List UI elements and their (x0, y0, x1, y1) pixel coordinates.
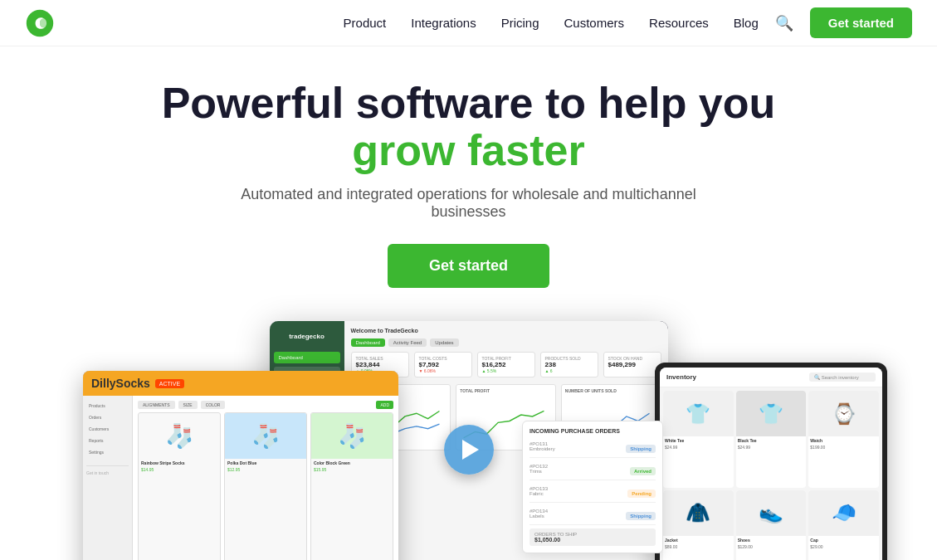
tablet-price-3: $199.00 (808, 445, 879, 451)
product-price-2: $12.95 (225, 467, 306, 474)
nav-product[interactable]: Product (344, 16, 387, 30)
screens-area: tradegecko Dashboard Inventory Relations… (0, 321, 937, 560)
laptop-sidebar-orders[interactable]: Orders (86, 412, 129, 422)
status-pending-3: Pending (627, 489, 656, 498)
play-button[interactable] (444, 425, 494, 475)
filter-size[interactable]: SIZE (178, 401, 198, 409)
tab-updates[interactable]: Updates (430, 338, 458, 347)
tablet-item-4: 🧥 Jacket $89.00 (663, 490, 734, 560)
panel-title: INCOMING PURCHASE ORDERS (530, 428, 656, 434)
tablet-item-3: ⌚ Watch $199.00 (808, 391, 879, 488)
tablet-price-4: $89.00 (663, 544, 734, 551)
nav-integrations[interactable]: Integrations (411, 16, 476, 30)
stat-total-costs: TOTAL COSTS $7,592 ▼ 6.06% (414, 352, 472, 377)
hero-section: Powerful software to help you grow faste… (0, 46, 937, 304)
laptop-body: Products Orders Customers Reports Settin… (83, 396, 398, 560)
products-grid: 🧦 Rainbow Stripe Socks $14.95 🧦 Polka Do… (138, 412, 393, 560)
tablet-img-4: 🧥 (663, 490, 734, 536)
sidebar-dashboard[interactable]: Dashboard (274, 352, 340, 363)
stat-products-sold: PRODUCTS SOLD 238 ▲ 6 (540, 352, 598, 377)
laptop-topbar: DillySocks ACTIVE (83, 371, 398, 396)
tablet-price-1: $24.99 (663, 445, 734, 451)
tablet-price-2: $24.99 (736, 445, 807, 451)
tablet-item-2: 👕 Black Tee $24.99 (736, 391, 807, 488)
tablet-name-3: Watch (808, 436, 879, 445)
order-row-3: #PO133 Fabric Pending (530, 484, 656, 503)
tablet-name-1: White Tee (663, 436, 734, 445)
play-icon (462, 440, 479, 460)
stat-total-profit: TOTAL PROFIT $16,252 ▲ 5.5% (477, 352, 535, 377)
product-img-2: 🧦 (225, 413, 306, 459)
laptop-sidebar: Products Orders Customers Reports Settin… (83, 396, 133, 560)
purchase-orders-panel: INCOMING PURCHASE ORDERS #PO131 Embroide… (522, 421, 663, 553)
tablet-title: Inventory (666, 373, 696, 381)
tablet-img-1: 👕 (663, 391, 734, 436)
product-card-3: 🧦 Color Block Green $15.95 (310, 412, 393, 560)
tablet-img-2: 👕 (736, 391, 807, 436)
tablet-name-6: Cap (808, 536, 879, 544)
orders-to-ship-summary: ORDERS TO SHIP $1,050.00 (530, 528, 656, 546)
tablet-price-5: $129.00 (736, 544, 807, 551)
product-price-3: $15.95 (311, 467, 393, 474)
status-shipping-4: Shipping (626, 512, 656, 520)
tablet-price-6: $29.00 (808, 544, 879, 551)
navbar: Product Integrations Pricing Customers R… (0, 0, 937, 46)
dashboard-title: Welcome to TradeGecko (351, 328, 661, 334)
filter-color[interactable]: COLOR (201, 401, 226, 409)
laptop-badge: ACTIVE (155, 379, 184, 388)
tablet-product-grid: 👕 White Tee $24.99 👕 Black Tee $24.99 ⌚ … (660, 387, 882, 560)
tablet-img-6: 🧢 (808, 490, 879, 536)
product-card-1: 🧦 Rainbow Stripe Socks $14.95 (138, 412, 221, 560)
tablet-name-4: Jacket (663, 536, 734, 544)
nav-get-started-button[interactable]: Get started (810, 7, 912, 38)
laptop-sidebar-contact: Get in touch (86, 465, 129, 475)
tablet-item-6: 🧢 Cap $29.00 (808, 490, 879, 560)
order-row-1: #PO131 Embroidery Shipping (530, 439, 656, 458)
product-name-3: Color Block Green (311, 459, 393, 467)
nav-blog[interactable]: Blog (734, 16, 759, 30)
filter-alignments[interactable]: ALIGNMENTS (138, 401, 175, 409)
logo[interactable] (25, 8, 55, 38)
order-row-2: #PO132 Trims Arrived (530, 461, 656, 480)
tablet-item-5: 👟 Shoes $129.00 (736, 490, 807, 560)
search-icon[interactable]: 🔍 (775, 14, 793, 32)
dashboard-tabs: Dashboard Activity Feed Updates (351, 338, 661, 347)
product-name-2: Polka Dot Blue (225, 459, 306, 467)
hero-headline: Powerful software to help you grow faste… (17, 80, 920, 174)
tab-activity[interactable]: Activity Feed (388, 338, 427, 347)
laptop-sidebar-customers[interactable]: Customers (86, 424, 129, 434)
order-row-4: #PO134 Labels Shipping (530, 506, 656, 525)
nav-resources[interactable]: Resources (649, 16, 709, 30)
tablet-screen: Inventory 🔍 Search inventory 👕 White Tee… (655, 363, 887, 560)
tablet-search[interactable]: 🔍 Search inventory (809, 373, 876, 382)
tablet-img-3: ⌚ (808, 391, 879, 436)
product-card-2: 🧦 Polka Dot Blue $12.95 (224, 412, 307, 560)
nav-customers[interactable]: Customers (564, 16, 625, 30)
status-arrived-2: Arrived (630, 467, 656, 475)
app-logo: tradegecko (274, 329, 340, 343)
product-price-1: $14.95 (139, 467, 220, 474)
nav-pricing[interactable]: Pricing (501, 16, 539, 30)
laptop-brand: DillySocks (91, 377, 150, 390)
product-img-1: 🧦 (139, 413, 220, 459)
laptop-sidebar-settings[interactable]: Settings (86, 447, 129, 457)
status-shipping-1: Shipping (626, 445, 656, 453)
laptop-main: ALIGNMENTS SIZE COLOR ADD 🧦 Rainbow Stri… (133, 396, 398, 560)
laptop-sidebar-products[interactable]: Products (86, 401, 129, 411)
tablet-img-5: 👟 (736, 490, 807, 536)
tab-dashboard[interactable]: Dashboard (351, 338, 385, 347)
hero-subheadline: Automated and integrated operations for … (220, 186, 718, 221)
laptop-filters: ALIGNMENTS SIZE COLOR ADD (138, 401, 393, 409)
hero-get-started-button[interactable]: Get started (388, 244, 549, 288)
stat-stock-on-hand: STOCK ON HAND $489,299 (603, 352, 661, 377)
filter-apply[interactable]: ADD (376, 401, 393, 409)
laptop-sidebar-reports[interactable]: Reports (86, 436, 129, 446)
tablet-item-1: 👕 White Tee $24.99 (663, 391, 734, 488)
tablet-header: Inventory 🔍 Search inventory (660, 368, 882, 387)
laptop-screen: DillySocks ACTIVE Products Orders Custom… (83, 371, 398, 560)
tablet-name-2: Black Tee (736, 436, 807, 445)
tablet-name-5: Shoes (736, 536, 807, 544)
product-img-3: 🧦 (311, 413, 393, 459)
product-name-1: Rainbow Stripe Socks (139, 459, 220, 467)
nav-links: Product Integrations Pricing Customers R… (344, 16, 759, 31)
